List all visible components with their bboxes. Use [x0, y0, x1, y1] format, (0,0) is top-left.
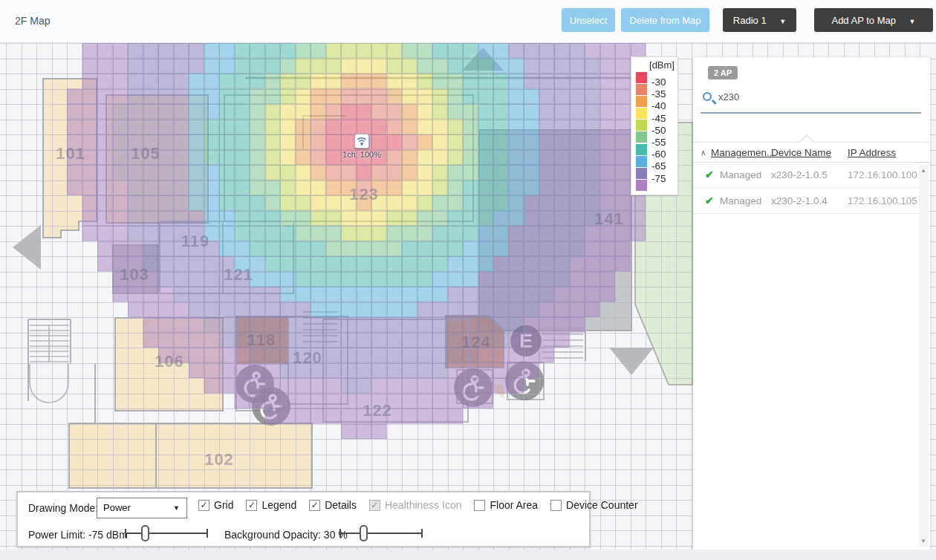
checkbox-grid[interactable]: ✓Grid — [198, 499, 233, 511]
legend-swatch — [636, 156, 647, 167]
device-name: x230-2-1.0.5 — [771, 169, 828, 180]
checkbox-details[interactable]: ✓Details — [309, 499, 357, 511]
room-number-label: 106 — [155, 352, 184, 371]
legend-swatch — [636, 108, 647, 119]
legend-entry: -35 — [635, 83, 675, 95]
checkbox-floor-area[interactable]: Floor Area — [474, 499, 538, 511]
top-header: 2F Map Unselect Delete from Map Radio 1 … — [0, 0, 936, 43]
search-icon — [703, 92, 712, 101]
sort-asc-icon: ∧ — [701, 149, 706, 157]
ap-list-panel: 2 AP x230 ∧ Managemen... Device Name IP … — [693, 57, 930, 550]
legend-entry: -45 — [635, 108, 675, 120]
checkbox-legend[interactable]: ✓Legend — [246, 499, 296, 511]
floor-map-canvas[interactable]: E 10110512311912110314111812010612412210… — [0, 43, 936, 550]
checkbox-box[interactable] — [474, 500, 485, 511]
room-number-label: 118 — [247, 331, 276, 350]
column-header-ip-address[interactable]: IP Address — [848, 147, 896, 158]
room-number-label: 124 — [461, 333, 491, 352]
legend-entry: -55 — [635, 131, 675, 143]
room-number-label: 122 — [363, 401, 392, 420]
column-header-management[interactable]: Managemen... — [711, 147, 775, 158]
radio-select-label: Radio 1 — [733, 15, 767, 26]
legend-swatch — [636, 96, 647, 107]
search-input[interactable]: x230 — [718, 91, 739, 102]
ip-address: 172.16.100.100 — [848, 169, 917, 180]
drawing-mode-value: Power — [103, 502, 131, 513]
legend-swatch — [636, 131, 647, 143]
drawing-mode-label: Drawing Mode: — [28, 502, 98, 514]
legend-entry: -65 — [635, 155, 675, 167]
power-limit-label: Power Limit: -75 dBm — [28, 529, 128, 541]
ap-status-label: 1ch, 100% — [342, 150, 381, 159]
map-options-toolbar: Drawing Mode: Power ▼ ✓Grid✓Legend✓Detai… — [16, 491, 591, 547]
scroll-down-icon[interactable]: ▼ — [920, 538, 926, 544]
chevron-down-icon: ▼ — [909, 18, 916, 25]
legend-entry: -40 — [635, 95, 675, 107]
room-number-label: 102 — [204, 450, 234, 469]
wifi-icon — [357, 137, 367, 146]
background-opacity-slider[interactable] — [339, 525, 423, 541]
power-limit-slider-handle[interactable] — [141, 525, 149, 541]
legend-entry: -50 — [635, 120, 675, 131]
legend-entry: -60 — [635, 143, 675, 155]
management-status: Managed — [720, 195, 761, 206]
add-ap-label: Add AP to Map — [831, 15, 896, 26]
access-point-icon[interactable] — [354, 134, 369, 149]
legend-swatch — [636, 168, 647, 179]
legend-entry: -30 — [635, 71, 675, 83]
checkbox-box[interactable] — [550, 500, 562, 511]
management-status: Managed — [720, 169, 761, 180]
checkbox-box[interactable]: ✓ — [246, 500, 257, 511]
search-underline — [701, 112, 921, 114]
room-number-label: 119 — [181, 232, 210, 251]
checkbox-box[interactable]: ✓ — [309, 500, 320, 511]
room-number-label: 141 — [594, 209, 624, 229]
legend-swatch — [636, 120, 647, 131]
background-opacity-label: Background Opacity: 30 % — [224, 529, 348, 541]
checkbox-healthiness-icon: ✓Healthiness Icon — [369, 499, 462, 511]
add-ap-to-map-dropdown[interactable]: Add AP to Map ▼ — [814, 8, 933, 32]
legend-entry — [635, 180, 675, 192]
checkbox-device-counter[interactable]: Device Counter — [550, 499, 638, 511]
column-header-device-name[interactable]: Device Name — [771, 147, 831, 158]
room-number-label: 120 — [293, 348, 322, 368]
panel-scrollbar[interactable]: ▲ ▼ — [919, 165, 929, 547]
room-number-label: 101 — [56, 144, 85, 163]
managed-check-icon: ✔ — [705, 195, 714, 206]
chevron-down-icon: ▼ — [173, 504, 180, 512]
ap-count-badge: 2 AP — [708, 66, 738, 79]
room-number-label: 123 — [349, 185, 379, 204]
drawing-mode-select[interactable]: Power ▼ — [97, 498, 187, 518]
background-opacity-slider-handle[interactable] — [360, 525, 368, 541]
legend-swatch — [636, 180, 647, 191]
power-limit-slider[interactable] — [125, 525, 208, 541]
delete-from-map-button[interactable]: Delete from Map — [621, 8, 709, 32]
signal-legend: [dBm] -30-35-40-45-50-55-60-65-75 — [631, 56, 678, 195]
ap-table-row[interactable]: ✔Managedx230-2-1.0.5172.16.100.100 — [693, 163, 918, 188]
ip-address: 172.16.100.105 — [848, 195, 917, 206]
page-title: 2F Map — [15, 15, 50, 27]
checkbox-label: Healthiness Icon — [385, 499, 462, 511]
legend-swatch — [636, 72, 647, 83]
checkbox-box[interactable]: ✓ — [198, 500, 209, 511]
device-name: x230-2-1.0.4 — [771, 195, 828, 206]
checkbox-box: ✓ — [369, 500, 380, 511]
managed-check-icon: ✔ — [705, 169, 714, 180]
room-number-label: 105 — [131, 144, 160, 163]
scroll-up-icon[interactable]: ▲ — [920, 167, 926, 174]
ap-table-row[interactable]: ✔Managedx230-2-1.0.4172.16.100.105 — [693, 189, 918, 214]
legend-swatch — [636, 144, 647, 155]
unselect-button[interactable]: Unselect — [562, 8, 615, 32]
checkbox-label: Details — [325, 499, 357, 511]
checkbox-label: Floor Area — [490, 499, 538, 511]
display-checkbox-group: ✓Grid✓Legend✓Details✓Healthiness IconFlo… — [198, 499, 638, 511]
legend-swatch — [636, 84, 647, 95]
checkbox-label: Grid — [214, 499, 233, 511]
radio-select-dropdown[interactable]: Radio 1 ▼ — [723, 8, 796, 32]
checkbox-label: Legend — [261, 499, 296, 511]
checkbox-label: Device Counter — [566, 499, 638, 511]
chevron-down-icon: ▼ — [779, 18, 786, 25]
legend-title: [dBm] — [635, 59, 675, 71]
legend-entry: -75 — [635, 168, 675, 180]
room-number-label: 103 — [120, 265, 149, 284]
